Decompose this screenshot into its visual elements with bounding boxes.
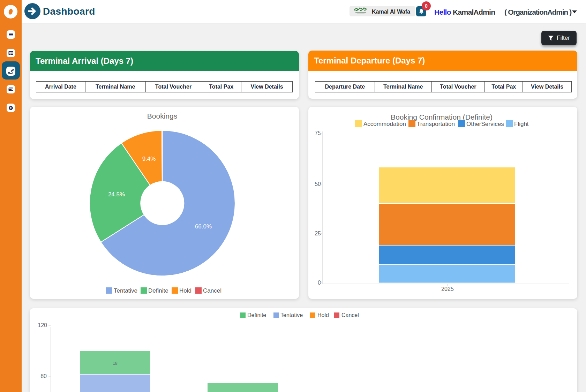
svg-text:Cancel: Cancel (341, 312, 359, 318)
svg-text:120: 120 (38, 322, 47, 328)
svg-text:Definite: Definite (148, 287, 168, 294)
svg-text:66.0%: 66.0% (195, 223, 212, 230)
svg-text:75: 75 (315, 130, 321, 136)
svg-text:Hold: Hold (179, 287, 191, 294)
svg-text:Flight: Flight (514, 121, 529, 127)
svg-text:80: 80 (40, 373, 47, 379)
svg-text:Bookings: Bookings (147, 112, 177, 120)
svg-text:Tentative: Tentative (114, 287, 137, 294)
svg-text:25: 25 (315, 231, 321, 236)
svg-text:50: 50 (315, 181, 321, 187)
svg-text:Tentative: Tentative (280, 312, 303, 318)
svg-text:2025: 2025 (441, 286, 454, 292)
svg-text:Hold: Hold (317, 312, 329, 318)
svg-text:Transportation: Transportation (417, 121, 455, 127)
svg-text:18: 18 (113, 361, 118, 366)
svg-text:Accommodation: Accommodation (363, 121, 406, 127)
svg-text:Definite: Definite (247, 312, 266, 318)
svg-text:24.5%: 24.5% (108, 191, 125, 198)
svg-text:OtherServices: OtherServices (466, 121, 504, 127)
svg-text:Booking Confirmation (Definite: Booking Confirmation (Definite) (391, 113, 493, 121)
svg-text:9.4%: 9.4% (142, 156, 156, 162)
svg-text:Cancel: Cancel (203, 287, 221, 294)
